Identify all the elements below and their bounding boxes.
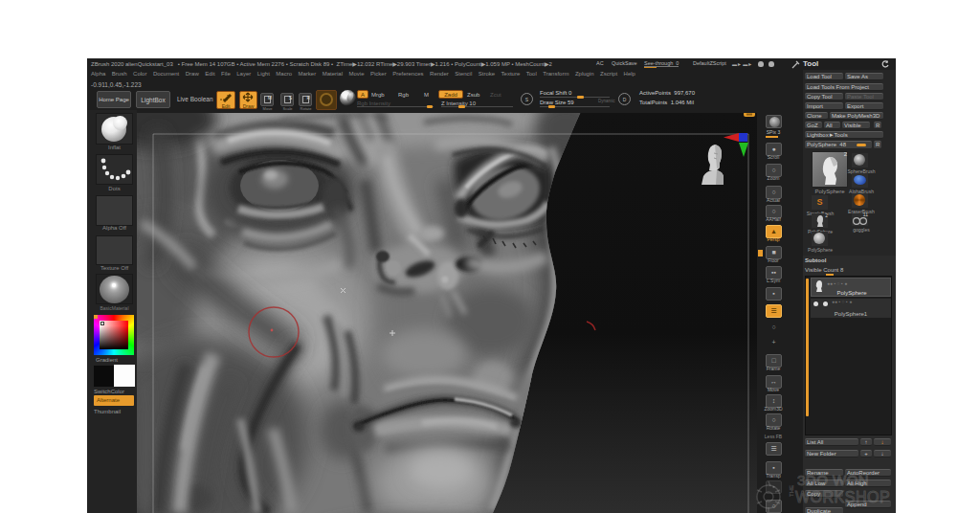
svg-text:3DO WON: 3DO WON: [797, 472, 869, 488]
svg-text:THE: THE: [789, 485, 794, 497]
svg-text:WORKSHOP: WORKSHOP: [795, 489, 890, 505]
